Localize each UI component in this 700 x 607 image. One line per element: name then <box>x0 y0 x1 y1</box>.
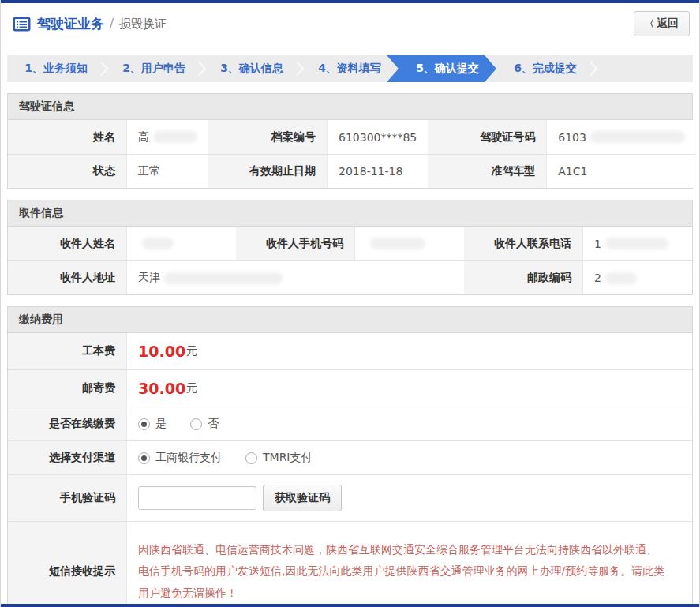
redacted-value <box>590 131 685 143</box>
license-info-section: 驾驶证信息 姓名 高 档案编号 610300****85 驾驶证号码 6103 … <box>7 93 693 189</box>
sms-code-label: 手机验证码 <box>8 474 126 521</box>
radio-online-pay-yes[interactable] <box>138 418 150 430</box>
redacted-value <box>142 238 174 249</box>
card-fee-value: 10.00元 <box>126 333 692 369</box>
fees-section: 缴纳费用 工本费 10.00元 邮寄费 30.00元 是否在线缴费 是 否 选择… <box>7 306 693 607</box>
step-6-complete-submit: 6、完成提交 <box>496 55 594 82</box>
breadcrumb-divider: / <box>110 17 114 31</box>
redacted-value <box>153 131 197 143</box>
postage-fee-unit: 元 <box>186 381 197 395</box>
vehicle-class-value: A1C1 <box>546 154 696 188</box>
file-number-value: 610300****85 <box>327 120 428 154</box>
postal-code-label: 邮政编码 <box>464 260 582 294</box>
card-fee-unit: 元 <box>186 344 197 358</box>
recipient-address-label: 收件人地址 <box>8 260 126 294</box>
redacted-value <box>164 272 283 284</box>
pickup-info-section: 取件信息 收件人姓名 收件人手机号码 收件人联系电话 1 收件人地址 天津 邮政… <box>7 200 693 295</box>
name-value: 高 <box>126 120 208 154</box>
radio-online-pay-no-label[interactable]: 否 <box>208 417 219 431</box>
recipient-mobile-label: 收件人手机号码 <box>236 227 354 260</box>
radio-channel-tmri[interactable] <box>245 452 257 464</box>
step-4-fill-data: 4、资料填写 <box>301 55 399 82</box>
pay-channel-label: 选择支付渠道 <box>8 440 126 474</box>
online-pay-label: 是否在线缴费 <box>8 407 126 440</box>
recipient-phone-label: 收件人联系电话 <box>464 227 582 260</box>
bottom-accent-bar <box>1 604 699 607</box>
recipient-name-label: 收件人姓名 <box>8 227 126 260</box>
card-fee-label: 工本费 <box>8 333 126 369</box>
step-2-user-declaration: 2、用户申告 <box>105 55 203 82</box>
step-5-confirm-submit-active: 5、确认提交 <box>387 55 496 82</box>
sms-code-input[interactable] <box>138 486 256 510</box>
breadcrumb-current: 损毁换证 <box>119 17 167 32</box>
postage-fee-amount: 30.00 <box>138 380 185 397</box>
step-3-confirm-info: 3、确认信息 <box>203 55 301 82</box>
status-label: 状态 <box>8 154 126 188</box>
fees-section-title: 缴纳费用 <box>8 307 692 333</box>
recipient-name-value <box>126 227 236 260</box>
sms-notice-row: 因陕西省联通、电信运营商技术问题，陕西省互联网交通安全综合服务管理平台无法向持陕… <box>126 521 692 607</box>
license-number-value: 6103 <box>546 120 696 154</box>
online-pay-options: 是 否 <box>126 407 692 440</box>
license-number-label: 驾驶证号码 <box>428 120 546 154</box>
license-section-title: 驾驶证信息 <box>8 94 692 120</box>
status-value: 正常 <box>126 154 208 188</box>
back-button[interactable]: 〈返回 <box>634 11 690 36</box>
recipient-phone-value: 1 <box>582 227 692 260</box>
postage-fee-label: 邮寄费 <box>8 369 126 407</box>
get-code-button[interactable]: 获取验证码 <box>263 485 342 511</box>
radio-online-pay-yes-label[interactable]: 是 <box>155 417 167 431</box>
redacted-value <box>370 238 425 249</box>
postage-fee-value: 30.00元 <box>126 369 692 407</box>
file-number-label: 档案编号 <box>208 120 327 154</box>
redacted-value <box>605 238 668 249</box>
redacted-value <box>605 272 637 284</box>
radio-channel-icbc-label[interactable]: 工商银行支付 <box>155 451 222 465</box>
page-title: 驾驶证业务 <box>37 15 104 33</box>
sms-notice-label: 短信接收提示 <box>8 521 126 607</box>
expiry-date-value: 2018-11-18 <box>327 154 428 188</box>
recipient-address-value: 天津 <box>126 260 464 294</box>
radio-channel-tmri-label[interactable]: TMRI支付 <box>263 451 313 465</box>
vehicle-class-label: 准驾车型 <box>428 154 546 188</box>
sms-notice-text: 因陕西省联通、电信运营商技术问题，陕西省互联网交通安全综合服务管理平台无法向持陕… <box>138 531 681 607</box>
back-label: 返回 <box>657 17 679 29</box>
radio-online-pay-no[interactable] <box>190 418 202 430</box>
pickup-section-title: 取件信息 <box>8 200 692 227</box>
recipient-mobile-value <box>354 227 464 260</box>
step-wizard: 1、业务须知 2、用户申告 3、确认信息 4、资料填写 5、确认提交 6、完成提… <box>7 55 693 82</box>
step-1-business-notes: 1、业务须知 <box>7 55 105 82</box>
sms-code-row: 获取验证码 <box>126 474 692 521</box>
name-label: 姓名 <box>8 120 126 154</box>
expiry-date-label: 有效期止日期 <box>208 154 327 188</box>
back-chevron-icon: 〈 <box>645 18 654 29</box>
radio-channel-icbc[interactable] <box>138 452 150 464</box>
license-service-icon <box>13 17 31 32</box>
main-content: 驾驶证业务 / 损毁换证 〈返回 1、业务须知 2、用户申告 3、确认信息 4、… <box>1 3 699 607</box>
postal-code-value: 2 <box>582 260 692 294</box>
pay-channel-options: 工商银行支付 TMRI支付 <box>126 440 692 474</box>
card-fee-amount: 10.00 <box>138 343 185 360</box>
page-header: 驾驶证业务 / 损毁换证 〈返回 <box>1 3 699 44</box>
